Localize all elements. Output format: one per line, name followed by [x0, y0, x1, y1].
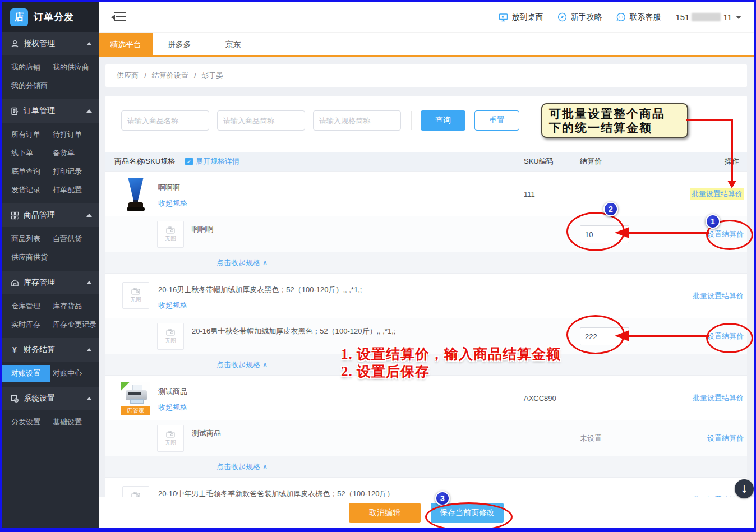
sidebar-section-label: 授权管理 [24, 39, 82, 49]
set-price-link[interactable]: 设置结算价 [707, 331, 744, 341]
sidebar-item-ship-records[interactable]: 发货记录 [2, 182, 50, 198]
column-action: 操作 [725, 156, 739, 166]
sidebar-section-auth-header[interactable]: 授权管理 [2, 32, 99, 55]
save-page-changes-button[interactable]: 保存当前页修改 [431, 503, 504, 523]
sidebar-item-stock-goods[interactable]: 库存货品 [50, 298, 99, 314]
scroll-to-bottom-button[interactable]: ↓ [735, 479, 754, 498]
breadcrumb-separator: / [194, 72, 196, 80]
breadcrumb-supplier[interactable]: 供应商 [117, 71, 139, 81]
sidebar-section-settings-header[interactable]: 系统设置 [2, 387, 99, 410]
sidebar-item-receipt-query[interactable]: 底单查询 [2, 163, 50, 180]
sidebar-item-basic-settings[interactable]: 基础设置 [50, 414, 99, 431]
settle-price-input[interactable] [580, 225, 629, 243]
collapse-spec-button[interactable]: 点击收起规格 ∧ [216, 462, 268, 472]
sidebar-section-finance: ¥ 财务结算 对账设置 对账中心 [2, 338, 99, 387]
query-button[interactable]: 查询 [421, 110, 465, 131]
contact-support-label: 联系客服 [629, 12, 661, 22]
settle-price-input[interactable] [580, 327, 629, 345]
sidebar-item-my-shops[interactable]: 我的店铺 [2, 59, 50, 76]
no-image-label: 无图 [165, 439, 176, 447]
sidebar-section-orders: 订单管理 所有订单 待打订单 线下单 备货单 底单查询 打印记录 发货记录 [2, 99, 99, 203]
product-row: 啊啊啊 收起规格 111 批量设置结算价 [105, 171, 747, 216]
product-name-input[interactable] [121, 110, 209, 131]
expand-spec-checkbox[interactable]: 展开规格详情 [185, 156, 239, 166]
app-title: 订单分发 [34, 11, 74, 24]
phone-suffix: 11 [723, 12, 732, 22]
sku-row: 无图 啊啊啊 设置结算价 [105, 216, 747, 252]
pin-to-desktop-button[interactable]: 放到桌面 [499, 12, 543, 22]
collapse-spec-link[interactable]: 收起规格 [158, 403, 187, 413]
product-row: 无图 20-16男士秋冬带帽加绒加厚皮衣黑色；52（100-120斤）,, ,*… [105, 273, 747, 318]
sidebar-item-supplier-supply[interactable]: 供应商供货 [2, 249, 48, 266]
product-name: 啊啊啊 [158, 183, 180, 193]
sidebar-section-auth: 授权管理 我的店铺 我的供应商 我的分销商 [2, 32, 99, 99]
phone-prefix: 151 [675, 12, 689, 22]
spec-short-name-input[interactable] [313, 110, 401, 131]
sidebar-item-distribution-settings[interactable]: 分发设置 [2, 414, 50, 431]
sidebar-section-settings: 系统设置 分发设置 基础设置 [2, 387, 99, 436]
collapse-caret-icon [86, 214, 92, 217]
batch-set-price-link[interactable]: 批量设置结算价 [693, 393, 744, 403]
beginner-guide-button[interactable]: 新手攻略 [557, 12, 602, 22]
breadcrumb-current: 彭于晏 [201, 71, 223, 81]
sidebar-item-my-suppliers[interactable]: 我的供应商 [50, 59, 99, 76]
sku-name: 测试商品 [192, 428, 221, 438]
sidebar-item-self-supply[interactable]: 自营供货 [50, 230, 99, 247]
tab-selected-platform[interactable]: 精选平台 [99, 33, 153, 57]
account-phone-dropdown[interactable]: 151 11 [675, 12, 741, 22]
sidebar-item-stock-orders[interactable]: 备货单 [50, 145, 99, 161]
sidebar-section-products-header[interactable]: 商品管理 [2, 203, 99, 227]
collapse-spec-link[interactable]: 收起规格 [158, 300, 187, 311]
set-price-link[interactable]: 设置结算价 [707, 229, 744, 239]
checkbox-checked-icon[interactable] [185, 158, 193, 165]
sidebar-item-print-records[interactable]: 打印记录 [50, 163, 99, 180]
settlement-price-panel: 查询 重置 商品名称/SKU规格 展开规格详情 SKU编码 结算价 操作 [105, 96, 747, 528]
product-short-name-input[interactable] [217, 110, 305, 131]
chevron-up-icon: ∧ [262, 360, 268, 369]
sidebar-item-warehouse-mgmt[interactable]: 仓库管理 [2, 298, 50, 314]
batch-set-price-link[interactable]: 批量设置结算价 [690, 188, 744, 200]
breadcrumb-price-settings[interactable]: 结算价设置 [152, 71, 188, 81]
tab-jd[interactable]: 京东 [206, 33, 260, 57]
collapse-spec-button[interactable]: 点击收起规格 ∧ [216, 258, 268, 268]
collapse-spec-button[interactable]: 点击收起规格 ∧ [216, 360, 268, 370]
app-window: 店 订单分发 授权管理 我的店铺 我的供应商 我的分销商 [0, 0, 756, 532]
price-not-set-label: 未设置 [580, 433, 602, 443]
set-price-link[interactable]: 设置结算价 [707, 433, 744, 443]
sidebar-section-orders-header[interactable]: 订单管理 [2, 99, 99, 123]
sidebar-item-all-orders[interactable]: 所有订单 [2, 126, 50, 143]
sku-row: 无图 20-16男士秋冬带帽加绒加厚皮衣黑色；52（100-120斤）,, ,*… [105, 318, 747, 354]
sidebar: 店 订单分发 授权管理 我的店铺 我的供应商 我的分销商 [2, 2, 99, 528]
sidebar-section-label: 库存管理 [24, 277, 82, 288]
edit-footer: 取消编辑 保存当前页修改 [99, 497, 754, 528]
batch-set-price-link[interactable]: 批量设置结算价 [693, 291, 744, 301]
sidebar-item-to-print-orders[interactable]: 待打订单 [50, 126, 99, 143]
collapse-spec-link[interactable]: 收起规格 [158, 198, 187, 209]
sidebar-section-finance-header[interactable]: ¥ 财务结算 [2, 338, 99, 362]
sku-row: 无图 测试商品 未设置 设置结算价 [105, 420, 747, 456]
collapse-spec-row: 点击收起规格 ∧ [105, 456, 747, 477]
sidebar-item-offline-orders[interactable]: 线下单 [2, 145, 50, 161]
sidebar-item-reconcile-center[interactable]: 对账中心 [50, 365, 99, 382]
monitor-icon [499, 13, 508, 22]
tab-pinduoduo[interactable]: 拼多多 [153, 33, 206, 57]
reset-button[interactable]: 重置 [474, 110, 519, 131]
sidebar-section-inventory-header[interactable]: 库存管理 [2, 271, 99, 294]
platform-tabs: 精选平台 拼多多 京东 [99, 32, 754, 57]
phone-blurred-digits [692, 13, 721, 21]
no-image-label: 无图 [130, 296, 141, 304]
no-image-placeholder: 无图 [157, 425, 184, 452]
sidebar-item-my-distributors[interactable]: 我的分销商 [2, 77, 48, 94]
contact-support-button[interactable]: 联系客服 [616, 12, 661, 22]
sidebar-section-label: 财务结算 [24, 345, 82, 355]
sidebar-item-product-list[interactable]: 商品列表 [2, 230, 50, 247]
cancel-edit-button[interactable]: 取消编辑 [349, 503, 421, 523]
logo-icon: 店 [10, 8, 28, 26]
no-image-placeholder: 无图 [157, 221, 184, 248]
gear-icon [10, 394, 19, 403]
sidebar-item-reconcile-settings[interactable]: 对账设置 [2, 365, 50, 382]
sidebar-item-print-config[interactable]: 打单配置 [50, 182, 99, 198]
sidebar-item-stock-change-log[interactable]: 库存变更记录 [50, 316, 99, 333]
sidebar-toggle-icon[interactable] [111, 12, 126, 22]
sidebar-item-realtime-stock[interactable]: 实时库存 [2, 316, 50, 333]
